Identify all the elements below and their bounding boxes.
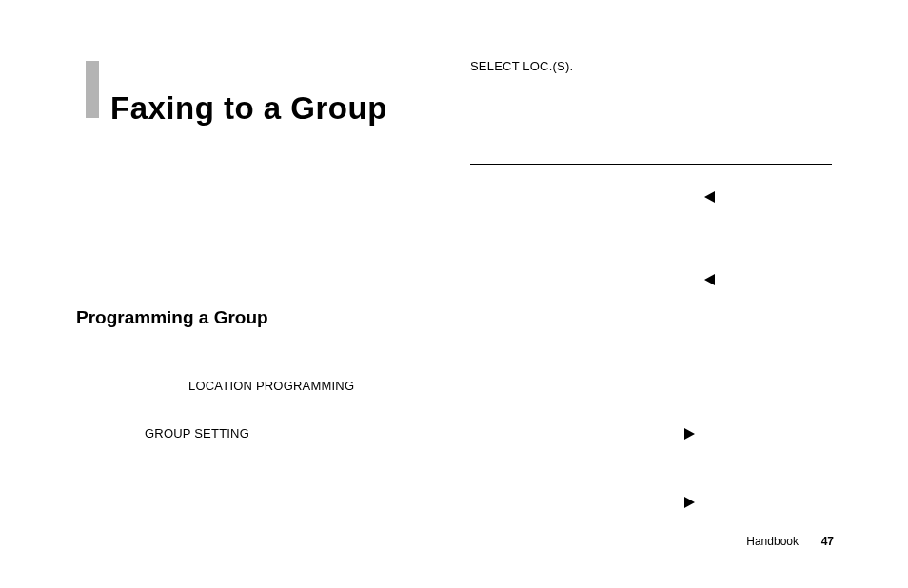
- divider-line: [470, 164, 832, 165]
- arrow-left-icon: [704, 191, 715, 203]
- page-title: Faxing to a Group: [110, 90, 387, 127]
- arrow-right-icon: [684, 497, 695, 508]
- arrow-right-icon: [684, 428, 695, 440]
- footer-page-number: 47: [821, 535, 834, 548]
- label-location-programming: LOCATION PROGRAMMING: [188, 379, 354, 393]
- title-block: Faxing to a Group: [86, 90, 387, 127]
- title-accent-bar: [86, 61, 99, 118]
- page: Faxing to a Group Programming a Group LO…: [0, 0, 908, 588]
- arrow-left-icon: [704, 274, 715, 285]
- label-group-setting: GROUP SETTING: [145, 426, 249, 441]
- label-select-loc: SELECT LOC.(S).: [470, 59, 573, 73]
- footer-label: Handbook: [746, 535, 799, 548]
- section-heading: Programming a Group: [76, 307, 268, 328]
